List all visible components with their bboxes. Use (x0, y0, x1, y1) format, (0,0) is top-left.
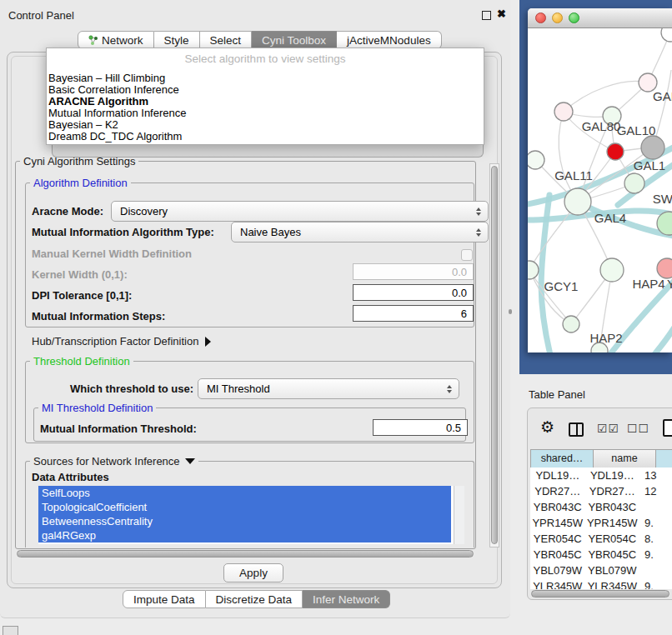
close-traffic-light-icon[interactable] (535, 12, 546, 23)
network-canvas[interactable]: GALGAL80GAL10GAL1GAL11SWI4GAL4GCY1HAP4YH… (528, 28, 672, 352)
tab-label: Infer Network (313, 591, 379, 608)
top-tab-bar: NetworkStyleSelectCyni ToolboxjActiveMNo… (78, 31, 442, 49)
table-cell: 13 (639, 468, 672, 483)
mi-threshold-field[interactable] (373, 419, 468, 436)
node-label: HAP2 (589, 331, 622, 345)
network-node[interactable] (600, 258, 624, 282)
horizontal-scrollbar[interactable] (15, 549, 490, 558)
tab-discretize-data[interactable]: Discretize Data (206, 590, 303, 608)
gear-icon[interactable]: ⚙ (540, 419, 554, 435)
sources-group-title[interactable]: Sources for Network Inference (30, 455, 198, 468)
aracne-mode-select[interactable]: Discovery (111, 201, 489, 222)
table-cell (639, 562, 672, 578)
scrollbar-thumb[interactable] (531, 590, 669, 598)
algorithm-option[interactable]: Basic Correlation Inference (48, 84, 482, 96)
scrollbar-thumb[interactable] (17, 550, 474, 558)
data-attribute-item[interactable]: BetweennessCentrality (38, 514, 451, 528)
network-node[interactable] (607, 143, 624, 160)
column-header[interactable]: shared… (531, 450, 594, 468)
corner-button-partial[interactable] (3, 626, 18, 635)
network-node[interactable] (528, 151, 544, 169)
network-node[interactable] (624, 173, 644, 193)
network-node[interactable] (563, 316, 579, 332)
table-row[interactable]: YDL19…YDL19…13 (530, 468, 672, 483)
which-threshold-select[interactable]: MI Threshold (198, 378, 459, 399)
close-icon[interactable]: ✖ (497, 8, 506, 20)
table-cell: YBR043C (585, 499, 640, 515)
algorithm-option[interactable]: Mutual Information Inference (48, 108, 482, 119)
network-node[interactable] (641, 136, 664, 159)
tab-cyni-toolbox[interactable]: Cyni Toolbox (252, 31, 337, 49)
table-cell: YDR27… (585, 483, 640, 499)
algorithm-option[interactable]: ARACNE Algorithm (48, 96, 482, 108)
data-attribute-item[interactable]: SelfLoops (38, 486, 451, 500)
network-node[interactable] (657, 258, 672, 278)
vertical-scrollbar[interactable] (489, 163, 499, 548)
algorithm-option[interactable]: Bayesian – K2 (48, 119, 482, 131)
table-cell: YDR27… (530, 483, 585, 499)
network-node[interactable] (661, 28, 672, 42)
table-cell: YDL19… (530, 468, 585, 483)
table-cell: 9. (639, 547, 672, 562)
tab-jactivemnodules[interactable]: jActiveMNodules (337, 31, 442, 49)
list-scrollbar[interactable] (454, 486, 464, 544)
tab-style[interactable]: Style (154, 31, 200, 49)
table-row[interactable]: YBR045CYBR045C9. (530, 547, 672, 562)
tab-label: Discretize Data (216, 591, 293, 608)
panel-resize-handle[interactable] (509, 309, 512, 314)
dpi-tolerance-field[interactable] (353, 284, 474, 301)
tab-select[interactable]: Select (200, 31, 253, 49)
data-attribute-item[interactable]: gal4RGexp (38, 528, 451, 542)
columns-icon[interactable] (569, 422, 584, 437)
manual-kernel-width-label: Manual Kernel Width Definition (32, 248, 192, 260)
table-cell: 8. (639, 531, 672, 547)
deselect-all-icon[interactable]: ☐☐ (627, 422, 649, 435)
network-node[interactable] (528, 261, 539, 279)
algorithm-option[interactable]: Bayesian – Hill Climbing (48, 72, 482, 84)
network-node[interactable] (554, 102, 573, 121)
table-row[interactable]: YBL079WYBL079W (530, 562, 672, 578)
table-row[interactable]: YLR345WYLR345W9. (530, 578, 672, 589)
table-row[interactable]: YER054CYER054C8. (530, 531, 672, 547)
algorithm-dropdown-popup: Select algorithm to view settings Bayesi… (46, 48, 484, 145)
mi-steps-field[interactable] (353, 305, 474, 322)
kernel-width-field[interactable] (353, 263, 474, 280)
table-cell: YPR145W (585, 515, 640, 531)
table-cell: YER054C (585, 531, 640, 547)
table-horizontal-scrollbar[interactable] (530, 590, 672, 598)
tab-infer-network[interactable]: Infer Network (303, 590, 390, 608)
algorithm-option[interactable]: Dream8 DC_TDC Algorithm (48, 131, 482, 142)
node-label: GAL10 (617, 123, 656, 138)
apply-button[interactable]: Apply (223, 563, 283, 582)
network-window-titlebar[interactable] (528, 8, 672, 28)
manual-kernel-width-checkbox[interactable] (461, 249, 473, 261)
document-icon[interactable] (663, 419, 672, 437)
table-panel: ⚙ ☑☑ ☐☐ shared…name YDL19…YDL19…13YDR27…… (527, 408, 672, 600)
mi-algorithm-type-select[interactable]: Naive Bayes (231, 222, 489, 242)
column-header[interactable] (656, 450, 672, 468)
mi-steps-label: Mutual Information Steps: (32, 310, 165, 322)
algorithm-definition-title: Algorithm Definition (30, 177, 131, 189)
threshold-definition-title: Threshold Definition (30, 355, 133, 368)
control-panel-window: Control Panel ✖ NetworkStyleSelectCyni T… (0, 0, 510, 618)
minimize-traffic-light-icon[interactable] (552, 12, 563, 23)
hub-definition-toggle[interactable]: Hub/Transcription Factor Definition (32, 335, 211, 348)
scrollbar-thumb[interactable] (491, 166, 498, 544)
table-panel-title: Table Panel (529, 388, 585, 401)
table-cell: 9. (639, 515, 672, 531)
zoom-traffic-light-icon[interactable] (569, 12, 579, 23)
table-cell: YPR145W (530, 515, 585, 531)
column-header[interactable]: name (594, 450, 656, 468)
table-row[interactable]: YPR145WYPR145W9. (530, 515, 672, 531)
network-node[interactable] (564, 188, 591, 215)
data-attribute-item[interactable]: TopologicalCoefficient (38, 500, 451, 514)
tab-impute-data[interactable]: Impute Data (123, 590, 206, 608)
bottom-tab-bar: Impute DataDiscretize DataInfer Network (123, 590, 390, 608)
table-row[interactable]: YBR043CYBR043C (530, 499, 672, 515)
tab-network[interactable]: Network (78, 31, 154, 49)
dpi-tolerance-label: DPI Tolerance [0,1]: (32, 289, 132, 302)
table-row[interactable]: YDR27…YDR27…12 (530, 483, 672, 499)
tab-label: jActiveMNodules (347, 32, 431, 49)
float-window-icon[interactable] (482, 11, 491, 20)
select-all-icon[interactable]: ☑☑ (597, 422, 619, 435)
